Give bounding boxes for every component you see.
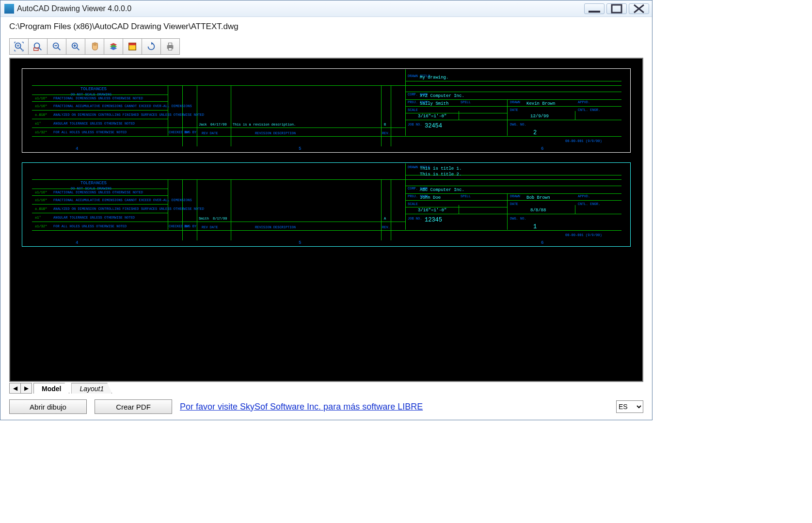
create-pdf-button[interactable]: Crear PDF xyxy=(95,399,172,414)
refresh-icon xyxy=(146,41,157,52)
minimize-icon xyxy=(585,3,604,15)
zoom-in-button[interactable] xyxy=(66,38,85,55)
close-button[interactable] xyxy=(629,3,649,14)
zoom-in-icon xyxy=(70,41,81,52)
tab-prev-button[interactable]: ◀ xyxy=(9,383,21,394)
window-button[interactable] xyxy=(123,38,142,55)
client-area: C:\Program Files (x86)\AutoCAD Drawing V… xyxy=(0,17,652,420)
open-drawing-button[interactable]: Abrir dibujo xyxy=(9,399,87,414)
maximize-icon xyxy=(607,3,626,15)
svg-rect-8 xyxy=(129,43,136,46)
window-title: AutoCAD Drawing Viewer 4.0.0.0 xyxy=(17,4,584,13)
toolbar xyxy=(9,38,643,55)
titlebar: AutoCAD Drawing Viewer 4.0.0.0 xyxy=(0,0,652,17)
drawing-content: TOLERANCES DO NOT SCALE DRAWING ±1/16" F… xyxy=(10,59,642,381)
tabs-row: ◀ ▶ Model Layout1 xyxy=(9,383,643,394)
window-controls xyxy=(584,3,649,14)
file-path: C:\Program Files (x86)\AutoCAD Drawing V… xyxy=(9,22,643,32)
refresh-button[interactable] xyxy=(142,38,161,55)
close-icon xyxy=(629,3,649,15)
tol-sub: DO NOT SCALE DRAWING xyxy=(71,93,111,96)
zoom-extents-button[interactable] xyxy=(9,38,29,55)
svg-rect-10 xyxy=(168,43,172,46)
maximize-button[interactable] xyxy=(606,3,627,14)
layers-button[interactable] xyxy=(104,38,123,55)
tab-layout1[interactable]: Layout1 xyxy=(71,383,112,394)
app-icon xyxy=(4,4,14,14)
zoom-out-button[interactable] xyxy=(47,38,66,55)
hand-icon xyxy=(89,41,100,52)
zoom-window-icon xyxy=(32,41,43,52)
pan-button[interactable] xyxy=(85,38,104,55)
layers-icon xyxy=(108,41,119,52)
zoom-out-icon xyxy=(51,41,62,52)
print-icon xyxy=(165,41,175,52)
window-icon xyxy=(127,41,138,52)
title-block-2: TOLERANCES DO NOT SCALE DRAWING ±1/16" F… xyxy=(22,162,631,247)
zoom-extents-icon xyxy=(14,41,24,52)
svg-rect-0 xyxy=(589,11,600,13)
tab-model[interactable]: Model xyxy=(33,383,69,394)
title-block-1: TOLERANCES DO NOT SCALE DRAWING ±1/16" F… xyxy=(22,68,631,153)
zoom-window-button[interactable] xyxy=(28,38,48,55)
tol-title: TOLERANCES xyxy=(80,87,107,92)
skysof-link[interactable]: Por favor visite SkySof Software Inc. pa… xyxy=(180,402,423,412)
app-window: AutoCAD Drawing Viewer 4.0.0.0 C:\Progra… xyxy=(0,0,653,420)
language-select[interactable]: ES xyxy=(616,400,643,413)
svg-rect-11 xyxy=(168,48,172,50)
tab-next-button[interactable]: ▶ xyxy=(20,383,32,394)
drawing-canvas[interactable]: TOLERANCES DO NOT SCALE DRAWING ±1/16" F… xyxy=(9,58,643,382)
svg-rect-1 xyxy=(612,5,621,13)
print-button[interactable] xyxy=(160,38,180,55)
minimize-button[interactable] xyxy=(584,3,605,14)
footer-row: Abrir dibujo Crear PDF Por favor visite … xyxy=(9,399,643,414)
